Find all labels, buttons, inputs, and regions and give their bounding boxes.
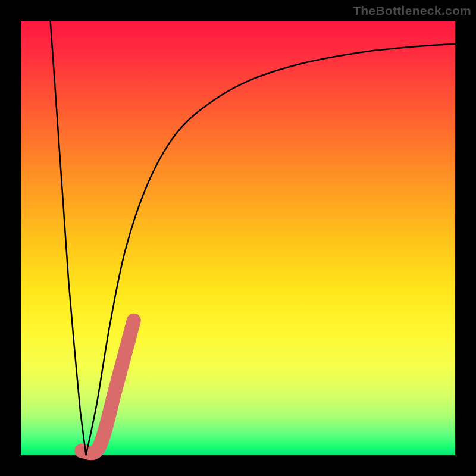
right-curve [86,44,456,455]
left-curve [51,21,86,455]
curve-layer [51,21,455,455]
chart-svg [0,0,476,476]
chart-frame: TheBottleneck.com [0,0,476,476]
